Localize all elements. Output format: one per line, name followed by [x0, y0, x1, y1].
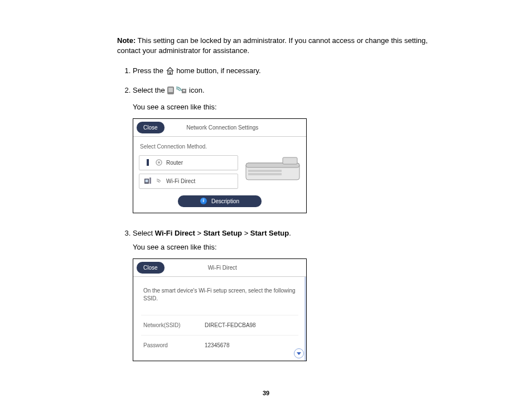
info-icon [200, 198, 207, 204]
home-icon [166, 67, 175, 78]
step-3: Select Wi-Fi Direct > Start Setup > Star… [133, 228, 432, 361]
option-router[interactable]: Router [139, 155, 238, 170]
screenshot-network-settings: Close Network Connection Settings Select… [133, 118, 307, 213]
screenshot-2-instruction: On the smart device's Wi-Fi setup screen… [141, 287, 298, 303]
password-value: 12345678 [205, 341, 230, 349]
description-button[interactable]: Description [178, 195, 262, 207]
screenshot-1-subtitle: Select Connection Method. [140, 142, 301, 151]
step-3-path-2: Start Setup [204, 229, 242, 237]
router-bar-icon [144, 159, 152, 166]
note-text: This setting can be locked by an adminis… [117, 36, 428, 55]
row-ssid: Network(SSID) DIRECT-FEDCBA98 [141, 315, 298, 335]
option-router-label: Router [166, 159, 183, 167]
svg-rect-9 [146, 180, 148, 183]
step-3-subtext: You see a screen like this: [133, 242, 432, 253]
screenshot-1-body: Select Connection Method. Router [133, 137, 306, 213]
note-label: Note: [117, 36, 136, 45]
ssid-value: DIRECT-FEDCBA98 [205, 321, 256, 329]
page-number: 39 [0, 390, 532, 396]
wifi-direct-wave-icon [155, 177, 163, 185]
svg-rect-1 [170, 72, 171, 74]
row-password: Password 12345678 [141, 335, 298, 355]
svg-point-7 [158, 161, 160, 164]
svg-rect-14 [248, 170, 282, 172]
scrollbar[interactable] [304, 277, 306, 361]
option-wifi-direct[interactable]: Wi-Fi Direct [139, 174, 238, 189]
step-3-path-3: Start Setup [250, 229, 289, 237]
svg-rect-5 [147, 159, 149, 166]
step-2: Select the icon. You see a screen like t… [133, 85, 432, 213]
document-page: Note: This setting can be locked by an a… [0, 0, 532, 412]
screenshot-2-title: Wi-Fi Direct [142, 264, 303, 272]
screenshot-1-header: Close Network Connection Settings [133, 119, 306, 137]
password-label: Password [143, 341, 205, 349]
svg-rect-13 [283, 157, 297, 164]
step-1: Press the home button, if necessary. [133, 65, 432, 78]
printer-illustration [243, 153, 304, 190]
svg-rect-15 [248, 173, 282, 175]
steps-list: Press the home button, if necessary. Sel… [117, 65, 432, 361]
ssid-label: Network(SSID) [143, 321, 205, 329]
step-3-path-1: Wi-Fi Direct [155, 229, 195, 237]
screenshot-1-title: Network Connection Settings [142, 123, 303, 132]
screenshot-2-body: On the smart device's Wi-Fi setup screen… [133, 277, 306, 361]
wifi-direct-device-icon [144, 177, 152, 185]
svg-rect-3 [168, 88, 173, 92]
router-radio-icon [155, 159, 163, 166]
connection-options: Router Wi-Fi Direct [139, 155, 238, 192]
screenshot-wifi-direct: Close Wi-Fi Direct On the smart device's… [133, 258, 307, 361]
step-2-subtext: You see a screen like this: [133, 102, 432, 113]
note-paragraph: Note: This setting can be locked by an a… [117, 36, 432, 55]
scroll-down-icon[interactable] [294, 348, 304, 358]
wireless-setup-icon [167, 85, 187, 99]
screenshot-2-header: Close Wi-Fi Direct [133, 259, 306, 277]
option-wifi-direct-label: Wi-Fi Direct [166, 177, 195, 185]
svg-rect-10 [149, 178, 151, 184]
description-label: Description [211, 197, 239, 205]
